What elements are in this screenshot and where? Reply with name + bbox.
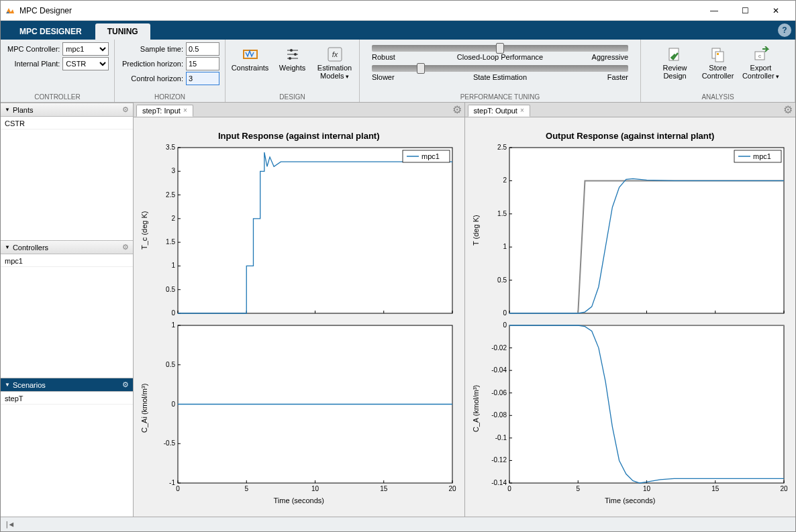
controller-group-label: CONTROLLER	[6, 92, 109, 102]
svg-text:fx: fx	[332, 50, 338, 58]
gear-icon[interactable]: ⚙	[122, 243, 129, 252]
mpc-controller-label: MPC Controller:	[6, 45, 62, 53]
controller-item[interactable]: mpc1	[1, 256, 133, 267]
gear-icon[interactable]: ⚙	[122, 105, 129, 114]
svg-text:-0.04: -0.04	[491, 366, 507, 374]
review-icon	[667, 46, 683, 62]
store-icon	[710, 46, 726, 62]
slider1-right-label: Aggressive	[592, 53, 628, 61]
slider1-center-label: Closed-Loop Performance	[457, 53, 543, 61]
svg-text:20: 20	[780, 485, 788, 492]
main-area: ▼ Plants ⚙ CSTR ▼ Controllers ⚙ mpc1 ▼ S…	[1, 103, 795, 517]
svg-text:20: 20	[448, 485, 456, 492]
close-button[interactable]: ✕	[760, 1, 791, 20]
sample-time-input[interactable]	[186, 42, 219, 56]
close-tab-icon[interactable]: ×	[520, 107, 524, 114]
charts-area: stepT: Input × ⚙ Input Response (against…	[134, 103, 795, 517]
plants-header[interactable]: ▼ Plants ⚙	[1, 103, 133, 117]
svg-text:-0.06: -0.06	[491, 389, 507, 396]
review-design-button[interactable]: Review Design	[655, 46, 695, 80]
gear-icon[interactable]: ⚙	[452, 103, 462, 116]
svg-rect-12	[717, 53, 719, 55]
svg-text:-1: -1	[169, 479, 175, 486]
input-tab[interactable]: stepT: Input ×	[136, 105, 193, 117]
scenario-item[interactable]: stepT	[1, 393, 133, 405]
closed-loop-slider[interactable]	[372, 45, 628, 52]
horizon-group: Sample time: Prediction horizon: Control…	[115, 40, 226, 102]
svg-text:2.5: 2.5	[497, 144, 507, 151]
statusbar-caret-icon[interactable]: |◀	[5, 520, 13, 529]
svg-text:1.5: 1.5	[497, 210, 507, 217]
window-title: MPC Designer	[19, 6, 699, 15]
svg-text:1: 1	[171, 262, 175, 269]
maximize-button[interactable]: ☐	[730, 1, 760, 20]
sample-time-label: Sample time:	[120, 45, 186, 53]
mpc-controller-select[interactable]: mpc1	[62, 42, 109, 56]
svg-text:-0.08: -0.08	[491, 411, 507, 419]
svg-text:2.5: 2.5	[166, 191, 175, 199]
close-tab-icon[interactable]: ×	[183, 107, 187, 114]
svg-text:0: 0	[503, 321, 507, 329]
toolstrip: MPC Controller: mpc1 Internal Plant: CST…	[1, 40, 795, 103]
scenarios-header[interactable]: ▼ Scenarios ⚙	[1, 378, 133, 392]
prediction-horizon-input[interactable]	[186, 57, 219, 70]
svg-text:0: 0	[503, 309, 507, 317]
plant-item[interactable]: CSTR	[1, 118, 133, 129]
svg-text:15: 15	[711, 485, 719, 492]
output-chart-column: stepT: Output × ⚙ Output Response (again…	[464, 103, 796, 517]
svg-text:15: 15	[380, 485, 388, 492]
output-chart-title: Output Response (against internal plant)	[470, 131, 791, 141]
svg-text:2: 2	[503, 176, 507, 184]
svg-text:-0.14: -0.14	[491, 479, 507, 486]
slider2-right-label: Faster	[607, 73, 628, 81]
svg-text:-0.1: -0.1	[495, 434, 507, 441]
side-panel: ▼ Plants ⚙ CSTR ▼ Controllers ⚙ mpc1 ▼ S…	[1, 103, 134, 517]
slider1-left-label: Robust	[372, 53, 395, 61]
control-horizon-input[interactable]	[186, 72, 219, 85]
svg-text:0: 0	[507, 485, 511, 492]
output-xlabel: Time (seconds)	[470, 495, 791, 511]
output-t-plot: T (deg K) 00.511.522.5mpc1	[470, 144, 791, 317]
svg-point-4	[294, 53, 297, 56]
tab-strip: MPC DESIGNER TUNING ?	[1, 21, 795, 40]
svg-text:mpc1: mpc1	[421, 152, 440, 160]
svg-text:-0.12: -0.12	[491, 456, 507, 464]
tab-mpc-designer[interactable]: MPC DESIGNER	[7, 23, 94, 40]
internal-plant-label: Internal Plant:	[6, 60, 62, 68]
tab-tuning[interactable]: TUNING	[95, 23, 150, 40]
export-icon: c	[753, 46, 769, 62]
estimation-models-button[interactable]: fx Estimation Models	[315, 46, 354, 80]
analysis-group-label: ANALYSIS	[646, 92, 789, 102]
constraints-icon	[242, 46, 258, 62]
svg-text:mpc1: mpc1	[753, 152, 771, 160]
slider2-left-label: Slower	[372, 73, 395, 81]
state-estimation-slider[interactable]	[372, 65, 628, 72]
svg-text:10: 10	[311, 485, 319, 492]
svg-text:-0.02: -0.02	[491, 344, 507, 352]
weights-button[interactable]: Weights	[273, 46, 311, 72]
help-icon[interactable]: ?	[778, 23, 791, 37]
output-tab[interactable]: stepT: Output ×	[468, 105, 530, 117]
triangle-down-icon: ▼	[5, 107, 10, 113]
matlab-logo-icon	[5, 5, 15, 16]
triangle-down-icon: ▼	[5, 244, 10, 250]
input-chart-column: stepT: Input × ⚙ Input Response (against…	[134, 103, 464, 517]
svg-text:0: 0	[176, 485, 180, 492]
export-controller-button[interactable]: c Export Controller	[741, 46, 781, 80]
minimize-button[interactable]: —	[699, 1, 730, 20]
design-group: Constraints Weights fx Estimation Models…	[226, 40, 360, 102]
internal-plant-select[interactable]: CSTR	[62, 57, 109, 70]
fx-icon: fx	[327, 46, 343, 62]
svg-text:10: 10	[642, 485, 650, 492]
constraints-button[interactable]: Constraints	[231, 46, 269, 72]
gear-icon[interactable]: ⚙	[122, 380, 129, 389]
svg-point-2	[290, 49, 293, 52]
svg-text:5: 5	[576, 485, 580, 492]
controllers-header[interactable]: ▼ Controllers ⚙	[1, 240, 133, 254]
svg-text:0: 0	[171, 401, 175, 408]
gear-icon[interactable]: ⚙	[783, 103, 793, 116]
svg-text:-0.5: -0.5	[164, 439, 176, 447]
input-tc-plot: T_c (deg K) 00.511.522.533.5mpc1	[139, 144, 459, 317]
svg-text:1: 1	[171, 321, 175, 329]
store-controller-button[interactable]: Store Controller	[698, 46, 738, 80]
